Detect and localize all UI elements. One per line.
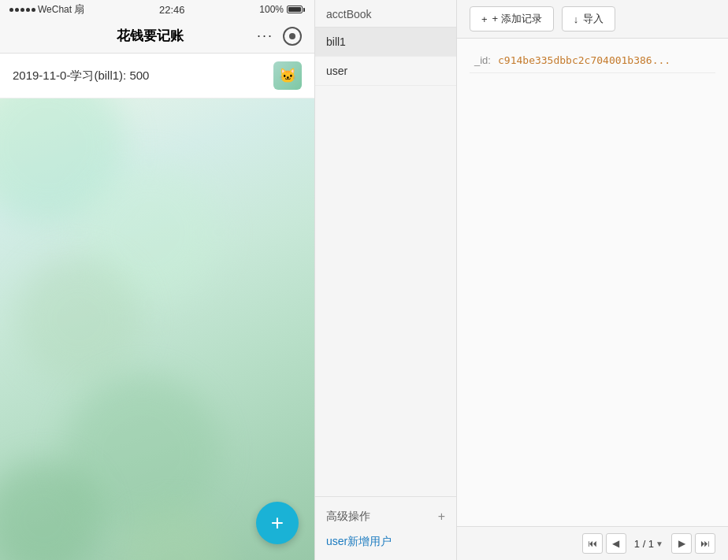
phone-panel: WeChat 扇 22:46 100% 花钱要记账 ··· 2019-11-0-…: [0, 0, 315, 560]
last-page-icon: ⏭: [700, 538, 710, 549]
last-page-button[interactable]: ⏭: [695, 533, 715, 554]
import-icon: ↓: [574, 13, 579, 25]
data-content: _id: c914be335dbbc2c704001b386...: [457, 39, 728, 526]
status-bar: WeChat 扇 22:46 100%: [0, 0, 314, 19]
first-page-icon: ⏮: [588, 538, 597, 549]
app-titlebar: 花钱要记账 ···: [0, 19, 314, 54]
data-toolbar: + + 添加记录 ↓ 导入: [457, 0, 728, 39]
signal-dots: [9, 8, 35, 12]
battery-area: 100%: [259, 4, 305, 15]
prev-page-button[interactable]: ◀: [606, 533, 626, 554]
app-title: 花钱要记账: [117, 27, 184, 45]
time-display: 22:46: [159, 4, 185, 16]
page-dropdown[interactable]: 1 / 1 ▼: [634, 538, 663, 550]
import-label: 导入: [583, 12, 604, 26]
status-left: WeChat 扇: [9, 2, 84, 17]
acctbook-item-bill1[interactable]: bill1: [315, 28, 456, 57]
avatar: 🐱: [273, 61, 302, 90]
acctbook-panel: acctBook bill1 user 高级操作 + user新增用户: [315, 0, 457, 560]
add-record-button[interactable]: + + 添加记录: [470, 6, 554, 32]
next-page-button[interactable]: ▶: [671, 533, 692, 554]
first-page-button[interactable]: ⏮: [582, 533, 603, 554]
wechat-label: WeChat: [38, 4, 72, 15]
wifi-icon: 扇: [74, 2, 84, 17]
add-user-button[interactable]: user新增用户: [326, 530, 445, 554]
more-dots-icon[interactable]: ···: [257, 28, 273, 44]
advanced-ops-plus-icon: +: [438, 510, 445, 524]
phone-content: [0, 98, 314, 560]
acctbook-footer: 高级操作 + user新增用户: [315, 496, 456, 560]
import-button[interactable]: ↓ 导入: [562, 6, 616, 32]
titlebar-icons: ···: [257, 27, 302, 46]
battery-icon: [287, 6, 305, 13]
page-display: 1 / 1: [634, 538, 654, 550]
acctbook-items: bill1 user: [315, 28, 456, 496]
acctbook-item-user[interactable]: user: [315, 57, 456, 86]
next-page-icon: ▶: [678, 538, 685, 549]
add-record-label: + 添加记录: [492, 12, 542, 26]
field-id-label: _id:: [474, 54, 498, 66]
add-record-icon: +: [481, 13, 488, 25]
chevron-down-icon: ▼: [656, 540, 663, 548]
advanced-ops-label: 高级操作: [326, 510, 370, 524]
record-row: _id: c914be335dbbc2c704001b386...: [470, 48, 715, 73]
data-pagination: ⏮ ◀ 1 / 1 ▼ ▶ ⏭: [457, 526, 728, 560]
data-panel: + + 添加记录 ↓ 导入 _id: c914be335dbbc2c704001…: [457, 0, 728, 560]
plus-icon: +: [271, 512, 284, 534]
fab-button[interactable]: +: [256, 502, 299, 544]
acctbook-header: acctBook: [315, 0, 456, 28]
prev-page-icon: ◀: [612, 538, 619, 549]
entry-row: 2019-11-0-学习(bill1): 500 🐱: [0, 54, 314, 98]
entry-text: 2019-11-0-学习(bill1): 500: [13, 69, 267, 83]
record-icon[interactable]: [283, 27, 302, 46]
advanced-ops-section[interactable]: 高级操作 +: [326, 503, 445, 530]
field-id-value: c914be335dbbc2c704001b386...: [498, 54, 670, 66]
page-info: 1 / 1 ▼: [630, 538, 668, 550]
battery-pct: 100%: [259, 4, 284, 15]
